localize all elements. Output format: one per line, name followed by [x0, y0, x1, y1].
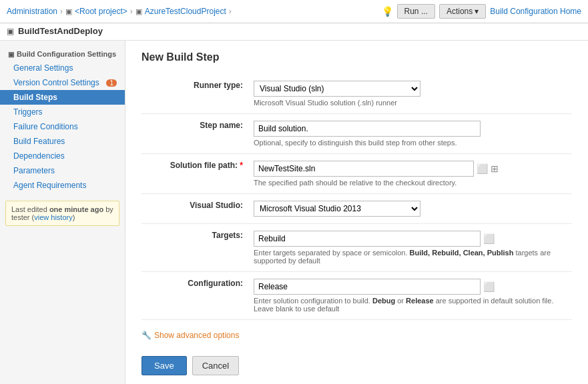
solution-path-cell: ⬜ ⊞ The specified path should be relativ…	[248, 154, 572, 194]
root-project-icon: ▣	[65, 7, 72, 16]
build-step-form: Runner type: Visual Studio (sln) Microso…	[141, 74, 572, 320]
breadcrumb-root-project[interactable]: <Root project>	[75, 7, 127, 16]
vcs-badge: 1	[106, 79, 117, 87]
last-edited-box: Last edited one minute ago by tester (vi…	[5, 201, 119, 226]
actions-label: Actions	[447, 7, 473, 16]
configuration-input-row: ⬜	[254, 279, 567, 295]
configuration-cell: ⬜ Enter solution configuration to build.…	[248, 272, 572, 320]
cancel-button[interactable]: Cancel	[192, 356, 239, 375]
targets-hint-bold: Build, Rebuild, Clean, Publish	[410, 249, 514, 257]
targets-hint: Enter targets separated by space or semi…	[254, 249, 567, 265]
runner-type-label: Runner type:	[141, 74, 248, 114]
sidebar-item-agent-requirements[interactable]: Agent Requirements	[0, 178, 125, 193]
runner-type-select-row: Visual Studio (sln)	[254, 81, 567, 97]
solution-path-input-row: ⬜ ⊞	[254, 161, 567, 177]
step-name-row: Step name: Optional, specify to distingu…	[141, 114, 572, 154]
visual-studio-select[interactable]: Microsoft Visual Studio 2013	[254, 201, 420, 217]
sidebar-item-failure-conditions[interactable]: Failure Conditions	[0, 119, 125, 134]
actions-chevron-icon: ▾	[475, 7, 479, 16]
configuration-input[interactable]	[254, 279, 481, 295]
sidebar-item-triggers[interactable]: Triggers	[0, 105, 125, 119]
main-title: New Build Step	[141, 51, 572, 63]
step-name-label: Step name:	[141, 114, 248, 154]
sidebar-section-title: ▣ Build Configuration Settings	[0, 46, 125, 61]
settings-icon: ▣	[8, 51, 14, 58]
step-name-input[interactable]	[254, 121, 481, 137]
sidebar-item-build-steps[interactable]: Build Steps	[0, 90, 125, 105]
header: Administration › ▣ <Root project> › ▣ Az…	[0, 0, 588, 23]
header-right: 💡 Run ... Actions ▾ Build Configuration …	[382, 4, 581, 19]
last-edited-time: one minute ago	[49, 205, 103, 213]
runner-type-select[interactable]: Visual Studio (sln)	[254, 81, 420, 97]
bulb-icon: 💡	[382, 6, 393, 17]
sidebar-item-dependencies[interactable]: Dependencies	[0, 149, 125, 163]
sidebar-label-dependencies: Dependencies	[13, 151, 65, 161]
view-history-link[interactable]: view history	[34, 213, 72, 221]
config-hint-or: or	[397, 297, 404, 305]
sidebar-label-failure-conditions: Failure Conditions	[13, 122, 78, 131]
form-actions: Save Cancel	[141, 356, 572, 375]
copy-icon[interactable]: ⬜	[477, 163, 488, 174]
sidebar-label-vcs: Version Control Settings	[13, 78, 99, 87]
last-edited-prefix: Last edited	[11, 205, 47, 213]
save-button[interactable]: Save	[141, 356, 187, 375]
targets-row: Targets: ⬜ Enter targets separated by sp…	[141, 224, 572, 272]
breadcrumb: Administration › ▣ <Root project> › ▣ Az…	[7, 7, 232, 16]
sidebar-label-build-steps: Build Steps	[13, 93, 57, 102]
targets-hint-prefix: Enter targets separated by space or semi…	[254, 249, 408, 257]
required-marker: *	[240, 161, 243, 170]
wrench-icon: 🔧	[141, 331, 152, 340]
build-icon: ▣	[7, 27, 14, 36]
breadcrumb-azure-project[interactable]: AzureTestCloudProject	[145, 7, 226, 16]
main-content: New Build Step Runner type: Visual Studi…	[125, 41, 588, 384]
solution-path-row: Solution file path: * ⬜ ⊞ The specified …	[141, 154, 572, 194]
show-advanced-options[interactable]: 🔧 Show advanced options	[141, 331, 572, 340]
sidebar: ▣ Build Configuration Settings General S…	[0, 41, 125, 384]
sidebar-section-label: Build Configuration Settings	[17, 50, 116, 58]
browse-icon[interactable]: ⊞	[491, 163, 499, 174]
sub-header: ▣ BuildTestAndDeploy	[0, 23, 588, 41]
config-hint-release: Release	[406, 297, 434, 305]
actions-button[interactable]: Actions ▾	[439, 4, 486, 19]
sidebar-item-general-settings[interactable]: General Settings	[0, 61, 125, 75]
sidebar-label-general-settings: General Settings	[13, 63, 73, 73]
runner-type-hint: Microsoft Visual Studio solution (.sln) …	[254, 99, 567, 107]
visual-studio-cell: Microsoft Visual Studio 2013	[248, 194, 572, 224]
visual-studio-label: Visual Studio:	[141, 194, 248, 224]
sidebar-item-build-features[interactable]: Build Features	[0, 134, 125, 149]
targets-cell: ⬜ Enter targets separated by space or se…	[248, 224, 572, 272]
layout: ▣ Build Configuration Settings General S…	[0, 41, 588, 384]
build-config-home-link[interactable]: Build Configuration Home	[490, 7, 581, 16]
configuration-hint: Enter solution configuration to build. D…	[254, 297, 567, 313]
configuration-row: Configuration: ⬜ Enter solution configur…	[141, 272, 572, 320]
azure-project-icon: ▣	[135, 7, 142, 16]
targets-input[interactable]	[254, 231, 481, 247]
solution-path-input[interactable]	[254, 161, 474, 177]
step-name-hint: Optional, specify to distinguish this bu…	[254, 139, 567, 147]
breadcrumb-sep1: ›	[60, 7, 63, 16]
breadcrumb-sep3: ›	[229, 7, 232, 16]
configuration-icon[interactable]: ⬜	[483, 281, 495, 292]
step-name-cell: Optional, specify to distinguish this bu…	[248, 114, 572, 154]
visual-studio-row: Visual Studio: Microsoft Visual Studio 2…	[141, 194, 572, 224]
sidebar-item-vcs[interactable]: Version Control Settings 1	[0, 75, 125, 90]
sidebar-label-triggers: Triggers	[13, 107, 43, 117]
run-button[interactable]: Run ...	[397, 4, 435, 19]
targets-input-row: ⬜	[254, 231, 567, 247]
sidebar-label-parameters: Parameters	[13, 166, 55, 175]
solution-path-label: Solution file path: *	[141, 154, 248, 194]
config-hint-debug: Debug	[372, 297, 395, 305]
sidebar-label-build-features: Build Features	[13, 137, 65, 146]
breadcrumb-sep2: ›	[130, 7, 133, 16]
build-name: BuildTestAndDeploy	[18, 26, 103, 36]
targets-label: Targets:	[141, 224, 248, 272]
runner-type-cell: Visual Studio (sln) Microsoft Visual Stu…	[248, 74, 572, 114]
solution-path-hint: The specified path should be relative to…	[254, 179, 567, 187]
sidebar-label-agent-requirements: Agent Requirements	[13, 181, 86, 190]
configuration-label: Configuration:	[141, 272, 248, 320]
sidebar-item-parameters[interactable]: Parameters	[0, 163, 125, 178]
targets-icon[interactable]: ⬜	[483, 233, 495, 244]
config-hint-prefix: Enter solution configuration to build.	[254, 297, 370, 305]
solution-path-label-text: Solution file path:	[170, 161, 238, 170]
breadcrumb-administration[interactable]: Administration	[7, 7, 57, 16]
